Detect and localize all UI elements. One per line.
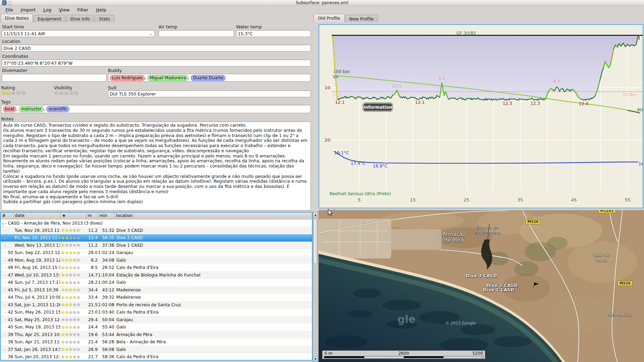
tree-branch: – [1,243,8,248]
dive-row[interactable]: –48Fri, Aug 16, 2013 15:11★★★★★8.526:52C… [1,264,312,272]
suit-input[interactable]: DUI TLS 350 Explorer [108,90,311,97]
coordinates-input[interactable]: 37°05'23.460"N 8°20'47.879"W [2,60,311,66]
column-header-5[interactable]: location [114,212,312,219]
start-time-label: Start time [2,24,24,29]
menu-log[interactable]: Log [40,7,55,13]
star-icon[interactable]: ★ [69,90,74,96]
dive-list-header[interactable]: #date★mminlocation [1,212,312,219]
dive-row[interactable]: –45Fri, Jul 5, 2013 10:39★★★★★34.443:12M… [1,286,312,294]
num-cell: 38 [8,340,13,344]
dive-row[interactable]: –41Sat, May 25, 2013 12:19★★★★★29.450:04… [1,316,312,324]
tab-equipment[interactable]: Equipment [34,15,65,22]
dive-list-scrollbar[interactable]: ▲ ▼ [313,212,318,362]
dive-row[interactable]: –47Wed, Jul 10, 2013 13:09★★★★★14.71:10:… [1,271,312,279]
menu-filter[interactable]: Filter [74,7,92,13]
menu-bar[interactable]: FileImportLogViewFilterHelp [0,6,644,14]
dive-row[interactable]: –39Thu, Apr 25, 2013 10:28★★★★★19.653:44… [1,331,312,338]
dive-row[interactable]: –37Sat, Jan 26, 2013 14:58★★★★★26.956:08… [1,346,312,353]
dur-cell: 39:32 [98,295,114,300]
dive-list[interactable]: #date★mminlocation ⌄– CASD - Armação de … [0,212,313,361]
menu-import[interactable]: Import [17,7,39,13]
dive-row[interactable]: –Fri, Nov 15, 2013 11:41★★★★★12.456:35Di… [1,234,312,242]
tab-new-profile[interactable]: New Profile [345,15,378,22]
dive-row[interactable]: –40Sun, May 19, 2013 15:53★★★★★24.455:40… [1,324,312,331]
tab-stats[interactable]: Stats [95,15,114,22]
pill-scientific[interactable]: scientific [46,106,69,112]
window-titlebar[interactable]: ⛹ Subsurface: paneves.xml [0,0,644,6]
menu-view[interactable]: View [55,7,73,13]
trip-group-row[interactable]: ⌄– CASD - Armação de Pêra, Nov 2013 (3 d… [1,219,312,227]
pill-instructor[interactable]: instructor [19,106,44,112]
pill-lu-s-rodrigues[interactable]: Luís Rodrigues [110,75,145,81]
dive-list-body[interactable]: ⌄– CASD - Armação de Pêra, Nov 2013 (3 d… [1,219,312,361]
dive-row[interactable]: –46Sun, Jul 7, 2013 17:17★★★★★28.21:00:2… [1,279,312,287]
tab-old-profile[interactable]: Old Profile [314,14,345,22]
scroll-down-button[interactable]: ▼ [313,356,318,362]
num-cell: 46 [8,280,13,285]
star-icon[interactable]: ★ [21,90,26,96]
dive-row[interactable]: –36Sun, Jan 20, 2013 12:33★★★★★21.758:36… [1,353,312,361]
column-header-4[interactable]: min [98,212,114,219]
right-tab-bar[interactable]: Old ProfileNew Profile [314,14,378,22]
expander-icon[interactable]: ⌄– [2,221,7,225]
dive-row[interactable]: –49Mon, Aug 19, 2013 12:06★★★★★8.234:08G… [1,256,312,264]
pill-miguel-madureira[interactable]: Miguel Madureira [147,75,188,81]
notes-input[interactable]: Aula do curso CASD. Transectos c/video e… [1,121,311,210]
menu-file[interactable]: File [2,7,17,13]
loc-cell: Estação de Biologia Marinha do Funchal [114,273,312,278]
column-header-1[interactable]: date [13,212,60,219]
air-temp-input[interactable] [159,30,234,37]
column-header-2[interactable]: ★ [60,212,86,219]
star-icon[interactable]: ★ [54,90,59,96]
tree-branch: – [1,295,8,300]
star-icon[interactable]: ★ [1,90,6,96]
num-cell: 36 [8,354,13,359]
location-input[interactable]: Dive 2 CASD [2,45,311,52]
chevron-down-icon[interactable]: ⌄ [149,31,152,37]
scrollbar-thumb[interactable] [313,218,317,264]
tree-branch: – [1,347,8,352]
star-icon[interactable]: ★ [59,90,64,96]
buddy-field[interactable]: Luís Rodrigues, Miguel Madureira, Duarte… [108,74,311,82]
menu-help[interactable]: Help [92,7,110,13]
column-header-3[interactable]: m [86,212,98,219]
dive-row[interactable]: –Tue, Nov 19, 2013 11:39★★★★★11.251:32Di… [1,227,312,234]
divemaster-input[interactable] [2,74,107,82]
dive-row[interactable]: –Wed, Nov 13, 2013 11:06★★★★★11.237:36Di… [1,242,312,249]
column-header-0[interactable]: # [1,212,13,219]
star-icon[interactable]: ★ [6,90,11,96]
dive-row[interactable]: –50Sun, Sep 22, 2013 12:59★★★★★28.01:02:… [1,249,312,257]
pill-duarte-duarte[interactable]: Duarte Duarte [191,75,225,81]
splitter-handle[interactable]: ··· [332,207,337,212]
loc-cell: Galo [114,280,312,285]
dur-cell: 37:36 [98,243,114,248]
num-cell: 50 [8,250,13,255]
scale-segments [324,356,483,358]
dive-row[interactable]: –44Thu, Jul 4, 2013 10:08★★★★★33.439:32M… [1,294,312,301]
start-time-input[interactable]: 11/15/13 11:41 AM⌄ [2,30,155,37]
visibility-stars[interactable]: ★★★★★ [54,90,79,96]
map-view[interactable]: Armaçãode Pêra Ribeira deAlcantarilha Va… [319,210,644,362]
scale-mid: 2600 [399,351,409,356]
svg-text:16.9°C: 16.9°C [373,163,388,169]
tags-field[interactable]: boat, instructor, scientific [1,105,311,113]
dive-row[interactable]: –42Sun, May 26, 2013 15:40★★★★★23.01:03:… [1,309,312,316]
star-icon[interactable]: ★ [74,90,79,96]
rating-stars[interactable]: ★★★★★ [1,90,26,96]
water-temp-input[interactable]: 15.3°C [236,30,311,37]
dive-row[interactable]: –38Sun, Apr 21, 2013 11:28★★★★★21.456:28… [1,338,312,346]
tab-dive-notes[interactable]: Dive Notes [1,14,33,22]
left-tab-bar[interactable]: Dive NotesEquipmentDive InfoStats [1,14,115,22]
scroll-up-button[interactable]: ▲ [313,212,318,217]
tab-dive-info[interactable]: Dive Info [66,15,94,22]
svg-text:45: 45 [571,197,577,202]
depth-cell: 21.5 [86,302,98,307]
star-icon[interactable]: ★ [16,90,21,96]
star-icon[interactable]: ★ [11,90,16,96]
information-button[interactable]: Information [363,103,393,111]
pill-boat[interactable]: boat [3,106,16,112]
dive-row[interactable]: –43Sat, Jun 1, 2013 11:26★★★★★21.51:01:0… [1,301,312,309]
depth-cell: 19.6 [86,332,98,337]
num-cell: 48 [8,265,13,270]
star-icon[interactable]: ★ [64,90,69,96]
